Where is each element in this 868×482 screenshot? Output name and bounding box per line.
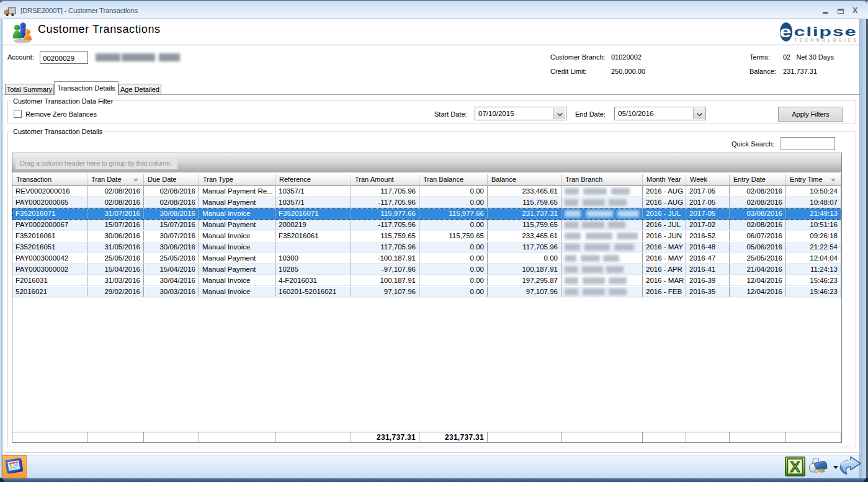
svg-text:e: e [780,23,792,40]
svg-text:TECHNOLOGIES: TECHNOLOGIES [795,38,859,42]
svg-text:clipse: clipse [794,24,857,39]
svg-text:X: X [790,458,800,475]
